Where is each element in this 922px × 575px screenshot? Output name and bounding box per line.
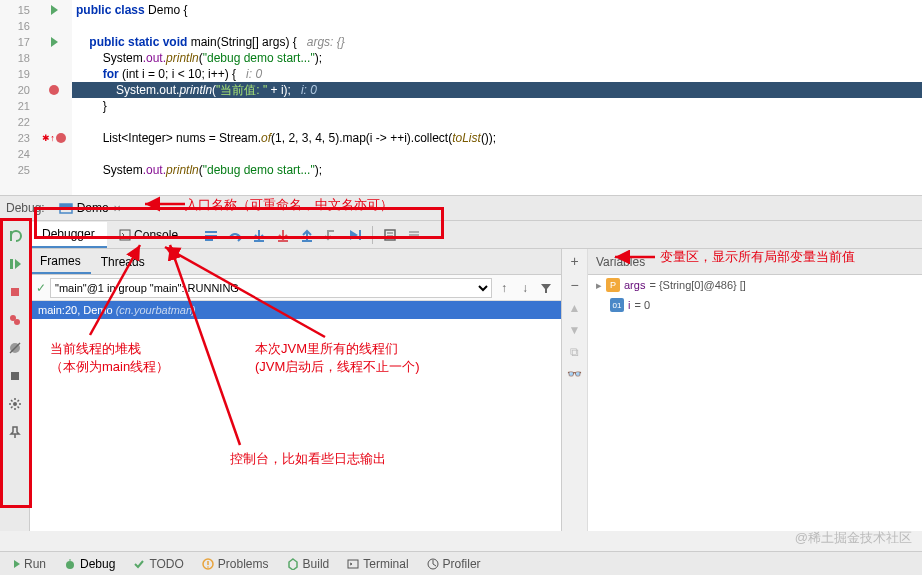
duplicate-button[interactable]: ⧉ — [570, 345, 579, 359]
down-button[interactable]: ▼ — [569, 323, 581, 337]
stack-frame-row[interactable]: main:20, Demo (cn.yourbatman) — [30, 301, 561, 319]
step-over-button[interactable] — [224, 224, 246, 246]
svg-point-27 — [66, 561, 74, 569]
debug-config-name: Demo — [77, 201, 109, 215]
svg-rect-8 — [11, 372, 19, 380]
svg-rect-3 — [11, 288, 19, 296]
svg-rect-1 — [60, 204, 72, 207]
bottom-tool-bar: Run Debug TODO Problems Build Terminal P… — [0, 551, 922, 575]
todo-tool-tab[interactable]: TODO — [125, 554, 191, 574]
run-gutter: ✱↑ — [36, 0, 72, 195]
breakpoint-icon[interactable] — [49, 85, 59, 95]
evaluate-expression-button[interactable] — [379, 224, 401, 246]
debugger-tab[interactable]: Debugger — [30, 222, 107, 248]
variables-pane: + − ▲ ▼ ⧉ 👓 Variables ▸P args = {String[… — [562, 249, 922, 531]
terminal-icon — [347, 558, 359, 570]
console-icon — [119, 229, 131, 241]
trace-current-stream-button[interactable] — [403, 224, 425, 246]
threads-subtab[interactable]: Threads — [91, 251, 155, 273]
application-icon — [59, 201, 73, 215]
build-tool-tab[interactable]: Build — [279, 554, 338, 574]
step-toolbar — [196, 222, 429, 248]
variable-row[interactable]: ▸P args = {String[0]@486} [] — [588, 275, 922, 295]
view-breakpoints-button[interactable] — [4, 309, 26, 331]
todo-icon — [133, 558, 145, 570]
svg-rect-10 — [120, 230, 130, 240]
svg-point-5 — [14, 319, 20, 325]
code-editor[interactable]: 151617 181920 212223 2425 ✱↑ public clas… — [0, 0, 922, 195]
debug-tool-tab[interactable]: Debug — [56, 554, 123, 574]
profiler-icon — [427, 558, 439, 570]
code-body[interactable]: public class Demo { public static void m… — [72, 0, 922, 195]
show-watches-button[interactable]: 👓 — [567, 367, 582, 381]
close-icon[interactable]: ✕ — [113, 203, 121, 214]
frames-pane: Frames Threads ✓ "main"@1 in group "main… — [30, 249, 562, 531]
problems-icon — [202, 558, 214, 570]
debug-label: Debug: — [6, 201, 45, 215]
build-icon — [287, 558, 299, 570]
show-execution-point-button[interactable] — [200, 224, 222, 246]
thread-selector-row: ✓ "main"@1 in group "main": RUNNING ↑ ↓ — [30, 275, 561, 301]
step-into-button[interactable] — [248, 224, 270, 246]
step-out-button[interactable] — [296, 224, 318, 246]
terminal-tool-tab[interactable]: Terminal — [339, 554, 416, 574]
next-frame-button[interactable]: ↓ — [516, 279, 534, 297]
line-gutter: 151617 181920 212223 2425 — [0, 0, 36, 195]
profiler-tool-tab[interactable]: Profiler — [419, 554, 489, 574]
resume-button[interactable] — [4, 253, 26, 275]
pin-button[interactable] — [4, 421, 26, 443]
run-icon[interactable] — [51, 37, 58, 47]
new-watch-button[interactable]: + — [570, 253, 578, 269]
run-icon[interactable] — [51, 5, 58, 15]
settings-button[interactable] — [4, 393, 26, 415]
debug-config-tab[interactable]: Demo ✕ — [53, 199, 127, 217]
param-badge-icon: P — [606, 278, 620, 292]
debug-header: Debug: Demo ✕ — [0, 195, 922, 221]
check-icon: ✓ — [36, 281, 46, 295]
debug-left-toolbar — [0, 221, 30, 531]
drop-frame-button[interactable] — [320, 224, 342, 246]
run-tool-tab[interactable]: Run — [6, 554, 54, 574]
svg-point-31 — [207, 566, 209, 568]
prev-frame-button[interactable]: ↑ — [495, 279, 513, 297]
thread-dropdown[interactable]: "main"@1 in group "main": RUNNING — [50, 278, 492, 298]
svg-rect-2 — [10, 259, 13, 269]
filter-button[interactable] — [537, 279, 555, 297]
run-icon — [14, 560, 20, 568]
console-tab[interactable]: Console — [107, 223, 190, 247]
watermark: @稀土掘金技术社区 — [795, 529, 912, 547]
int-badge-icon: 01 — [610, 298, 624, 312]
frames-subtab[interactable]: Frames — [30, 250, 91, 274]
stop-button[interactable] — [4, 281, 26, 303]
get-thread-dump-button[interactable] — [4, 365, 26, 387]
up-button[interactable]: ▲ — [569, 301, 581, 315]
svg-point-9 — [13, 402, 17, 406]
variables-header: Variables — [588, 249, 922, 275]
bug-icon — [64, 558, 76, 570]
problems-tool-tab[interactable]: Problems — [194, 554, 277, 574]
force-step-into-button[interactable] — [272, 224, 294, 246]
run-to-cursor-button[interactable] — [344, 224, 366, 246]
rerun-button[interactable] — [4, 225, 26, 247]
svg-line-35 — [433, 564, 436, 566]
variable-row[interactable]: 01 i = 0 — [588, 295, 922, 315]
remove-watch-button[interactable]: − — [570, 277, 578, 293]
debugger-tabs: Debugger Console — [30, 221, 922, 249]
mute-breakpoints-button[interactable] — [4, 337, 26, 359]
vars-toolbar: + − ▲ ▼ ⧉ 👓 — [562, 249, 588, 531]
breakpoint-icon[interactable] — [56, 133, 66, 143]
svg-rect-21 — [385, 230, 395, 240]
